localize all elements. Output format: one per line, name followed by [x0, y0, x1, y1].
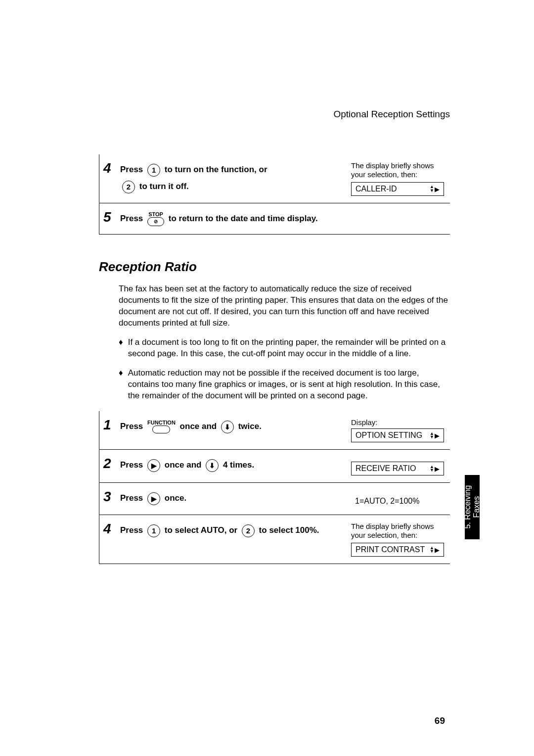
bullet-text: Automatic reduction may not be possible …: [128, 368, 450, 402]
step-4: 4 Press 1 to select AUTO, or 2 to select…: [99, 515, 450, 564]
text: to select 100%.: [259, 525, 319, 535]
section-heading: Reception Ratio: [99, 259, 450, 275]
text: to return to the date and time display.: [169, 214, 318, 223]
stop-key-icon: STOP ⊘: [147, 212, 164, 226]
text: 4 times.: [223, 460, 254, 470]
step-number: 2: [103, 457, 120, 475]
step-instruction: Press STOP ⊘ to return to the date and t…: [120, 210, 450, 227]
bullet-text: If a document is too long to fit on the …: [128, 337, 450, 360]
text: once.: [165, 493, 186, 503]
bullet-icon: ♦: [119, 337, 123, 360]
lcd-display: RECEIVE RATIO ▲▼ ▶: [351, 462, 444, 475]
step-4-top: 4 Press 1 to turn on the function, or 2 …: [99, 154, 450, 203]
step-instruction: Press FUNCTION once and ⬇ twice.: [120, 418, 351, 435]
text: twice.: [238, 422, 262, 431]
nav-arrows-icon: ▲▼ ▶: [430, 185, 440, 192]
step-instruction: Press 1 to select AUTO, or 2 to select 1…: [120, 522, 351, 539]
lcd-display: PRINT CONTRAST ▲▼ ▶: [351, 543, 444, 557]
step-number: 4: [103, 522, 120, 557]
text: Press: [120, 214, 145, 223]
bullet-item: ♦ Automatic reduction may not be possibl…: [119, 368, 450, 402]
chapter-side-tab: 5. ReceivingFaxes: [465, 475, 480, 539]
step-number: 3: [103, 490, 120, 508]
key-2-icon: 2: [242, 524, 255, 537]
text: Press: [120, 525, 145, 535]
text: Press: [120, 460, 145, 470]
nav-arrows-icon: ▲▼ ▶: [430, 465, 440, 472]
steps-group: 1 Press FUNCTION once and ⬇ twice. Disp: [99, 411, 450, 564]
bullet-item: ♦ If a document is too long to fit on th…: [119, 337, 450, 360]
text: to turn on the function, or: [165, 165, 267, 174]
display-text: OPTION SETTING: [356, 431, 422, 440]
step-instruction: Press ▶ once.: [120, 490, 351, 507]
down-arrow-icon: ⬇: [221, 421, 234, 433]
step-1: 1 Press FUNCTION once and ⬇ twice. Disp: [99, 411, 450, 449]
nav-arrows-icon: ▲▼ ▶: [430, 546, 440, 554]
key-2-icon: 2: [122, 181, 135, 193]
step-number: 5: [103, 210, 120, 227]
lcd-display: OPTION SETTING ▲▼ ▶: [351, 428, 444, 442]
text: once and: [180, 422, 219, 431]
lcd-display: CALLER-ID ▲▼ ▶: [351, 182, 444, 196]
text: Press: [120, 165, 143, 174]
text: to turn it off.: [139, 182, 189, 191]
right-arrow-icon: ▶: [147, 459, 160, 472]
display-text: CALLER-ID: [356, 185, 397, 193]
bullet-icon: ♦: [119, 368, 123, 402]
display-text: RECEIVE RATIO: [356, 464, 416, 473]
nav-arrows-icon: ▲▼ ▶: [430, 432, 440, 439]
step-number: 4: [103, 161, 120, 196]
page-header: Optional Reception Settings: [99, 109, 450, 120]
right-arrow-icon: ▶: [147, 492, 160, 505]
text: to select AUTO, or: [165, 525, 240, 535]
display-note: The display briefly shows your selection…: [351, 522, 450, 540]
body-paragraph: The fax has been set at the factory to a…: [119, 284, 450, 329]
step-5-top: 5 Press STOP ⊘ to return to the date and…: [99, 203, 450, 235]
key-1-icon: 1: [147, 524, 160, 537]
text: once and: [165, 460, 204, 470]
display-text: 1=AUTO, 2=100%: [351, 495, 450, 508]
display-label: Display:: [351, 418, 450, 426]
step-number: 1: [103, 418, 120, 442]
display-text: PRINT CONTRAST: [356, 545, 425, 554]
step-instruction: Press 1 to turn on the function, or 2 to…: [120, 161, 351, 195]
function-key-icon: FUNCTION: [147, 420, 176, 433]
side-tab-label: 5. ReceivingFaxes: [463, 485, 481, 529]
down-arrow-icon: ⬇: [206, 459, 219, 472]
display-note: The display briefly shows your selection…: [351, 161, 450, 179]
text: Press: [120, 422, 145, 431]
step-3: 3 Press ▶ once. 1=AUTO, 2=100%: [99, 482, 450, 515]
key-1-icon: 1: [147, 164, 160, 177]
page-number: 69: [435, 715, 445, 726]
text: Press: [120, 493, 145, 503]
step-2: 2 Press ▶ once and ⬇ 4 times. RECEIVE RA…: [99, 449, 450, 482]
step-instruction: Press ▶ once and ⬇ 4 times.: [120, 457, 351, 473]
top-steps-group: 4 Press 1 to turn on the function, or 2 …: [99, 154, 450, 235]
